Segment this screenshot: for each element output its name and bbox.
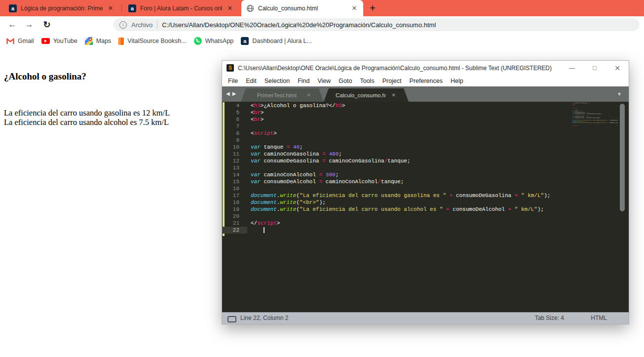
code-line-12[interactable]: 12var consumoDeGasolina = caminoConGasol… bbox=[222, 158, 550, 164]
gutter-line-number: 9 bbox=[222, 137, 244, 144]
code-line-10[interactable]: 10var tanque = 40; bbox=[222, 144, 550, 151]
code-line-21[interactable]: 21</script> bbox=[222, 220, 550, 227]
youtube-icon bbox=[41, 38, 50, 44]
code-line-6[interactable]: 6<br> bbox=[222, 116, 550, 123]
code-line-8[interactable]: 8<script> bbox=[222, 130, 550, 137]
gutter-line-number: 18 bbox=[222, 199, 244, 206]
code-line-16[interactable]: 16 bbox=[222, 185, 550, 192]
maximize-icon[interactable]: □ bbox=[583, 61, 606, 75]
back-icon[interactable]: ← bbox=[5, 16, 20, 33]
browser-tab-logica[interactable]: a Lógica de programación: Primer ✕ bbox=[4, 0, 119, 16]
menu-file[interactable]: File bbox=[224, 78, 242, 84]
code-line-13[interactable]: 13 bbox=[222, 164, 550, 171]
gutter-line-number: 11 bbox=[222, 151, 244, 158]
syntax-label[interactable]: HTML bbox=[591, 315, 607, 321]
vintage-mode-icon[interactable] bbox=[227, 316, 236, 322]
globe-icon bbox=[246, 4, 254, 12]
code-text: document.write("La eficiencia del carro … bbox=[244, 206, 544, 213]
tab-close-icon[interactable]: ✕ bbox=[307, 92, 311, 98]
minimize-icon[interactable]: — bbox=[561, 61, 583, 75]
sublime-tab-primertest[interactable]: PrimerTest.html ✕ bbox=[241, 88, 324, 102]
alura-favicon: a bbox=[128, 4, 136, 12]
code-line-20[interactable]: 20 bbox=[222, 213, 550, 220]
code-text: var consumoDeAlcohol = caminoConAlcohol/… bbox=[244, 178, 404, 185]
menu-project[interactable]: Project bbox=[379, 78, 406, 84]
gutter-line-number: 5 bbox=[222, 109, 244, 116]
code-line-17[interactable]: 17document.write("La eficiencia del carr… bbox=[222, 192, 550, 199]
bookmark-gmail[interactable]: Gmail bbox=[6, 38, 34, 44]
desktop: a Lógica de programación: Primer ✕ a For… bbox=[0, 0, 644, 357]
browser-tab-calculo-active[interactable]: Calculo_consumo.html ✕ bbox=[241, 0, 363, 16]
menu-selection[interactable]: Selection bbox=[261, 78, 294, 84]
whatsapp-icon bbox=[194, 37, 202, 45]
gutter-line-number: 7 bbox=[222, 123, 244, 130]
code-text bbox=[244, 213, 251, 220]
bookmark-maps[interactable]: Maps bbox=[85, 37, 112, 45]
code-text bbox=[244, 137, 251, 144]
tab-size-label[interactable]: Tab Size: 4 bbox=[535, 315, 564, 321]
code-text: var consumoDeGasolina = caminoConGasolin… bbox=[244, 158, 411, 164]
menu-help[interactable]: Help bbox=[447, 78, 467, 84]
menu-edit[interactable]: Edit bbox=[242, 78, 261, 84]
alura-icon: a bbox=[241, 37, 249, 45]
code-line-14[interactable]: 14var caminoConAlcohol = 300; bbox=[222, 171, 550, 178]
bookmark-whatsapp[interactable]: WhatsApp bbox=[194, 37, 234, 45]
menu-view[interactable]: View bbox=[313, 78, 335, 84]
code-line-4[interactable]: 4<h3>¿Alcohol o gasolina?</h3> bbox=[222, 102, 550, 109]
tab-close-icon[interactable]: ✕ bbox=[107, 4, 114, 12]
tab-close-icon[interactable]: ✕ bbox=[392, 92, 396, 98]
code-text: <h3>¿Alcohol o gasolina?</h3> bbox=[244, 102, 345, 109]
code-text: var caminoConGasolina = 480; bbox=[244, 151, 342, 158]
code-text: <br> bbox=[244, 109, 264, 116]
code-line-15[interactable]: 15var consumoDeAlcohol = caminoConAlcoho… bbox=[222, 178, 550, 185]
tab-overflow-icon[interactable]: ▼ bbox=[617, 91, 622, 97]
close-icon[interactable]: ✕ bbox=[606, 61, 629, 75]
tab-close-icon[interactable]: ✕ bbox=[226, 4, 234, 12]
browser-tab-foro[interactable]: a Foro | Alura Latam - Cursos onlin ✕ bbox=[123, 0, 239, 16]
code-editor[interactable]: 4<h3>¿Alcohol o gasolina?</h3>5<br>6<br>… bbox=[222, 102, 629, 312]
url-text[interactable]: C:/Users/Allan/Desktop/ONE%20Oracle/Lógi… bbox=[162, 21, 436, 29]
sublime-tab-calculo[interactable]: Calculo_consumo.html ✕ bbox=[324, 88, 409, 102]
gutter-line-number: 16 bbox=[222, 185, 244, 192]
code-text bbox=[244, 185, 251, 192]
new-tab-button[interactable]: + bbox=[367, 2, 378, 13]
tab-title: Lógica de programación: Primer bbox=[21, 5, 103, 12]
bookmark-youtube[interactable]: YouTube bbox=[41, 38, 77, 44]
code-area[interactable]: 4<h3>¿Alcohol o gasolina?</h3>5<br>6<br>… bbox=[222, 102, 550, 234]
tab-title: Foro | Alura Latam - Cursos onlin bbox=[140, 5, 222, 12]
menu-find[interactable]: Find bbox=[294, 78, 313, 84]
menu-goto[interactable]: Goto bbox=[335, 78, 356, 84]
code-line-19[interactable]: 19document.write("La eficiencia del carr… bbox=[222, 206, 550, 213]
bookmark-vitalsource[interactable]: VitalSource Booksh... bbox=[118, 38, 186, 45]
bookmark-alura-dashboard[interactable]: a Dashboard | Alura L... bbox=[241, 37, 312, 45]
tab-title: Calculo_consumo.html bbox=[258, 5, 346, 12]
code-line-7[interactable]: 7 bbox=[222, 123, 550, 130]
page-line-gasolina: La eficiencia del carro usando gasolina … bbox=[4, 108, 170, 118]
address-bar[interactable]: i Archivo C:/Users/Allan/Desktop/ONE%20O… bbox=[114, 18, 640, 31]
code-line-22[interactable]: 22 bbox=[222, 227, 550, 234]
minimap[interactable]: <h3>¿Alcohol o gasolina?</h3><br><br><sc… bbox=[572, 103, 618, 144]
forward-icon[interactable]: → bbox=[22, 16, 37, 33]
code-line-9[interactable]: 9 bbox=[222, 137, 550, 144]
code-text: var tanque = 40; bbox=[244, 144, 303, 151]
code-line-11[interactable]: 11var caminoConGasolina = 480; bbox=[222, 151, 550, 158]
gutter-line-number: 22 bbox=[222, 227, 244, 234]
editor-scrollbar[interactable] bbox=[620, 104, 625, 211]
page-line-alcohol: La eficiencia del carro usando alcohol e… bbox=[4, 118, 170, 127]
tab-scroll-arrows-icon[interactable]: ◀▶ bbox=[226, 91, 238, 96]
code-line-5[interactable]: 5<br> bbox=[222, 109, 550, 116]
page-info-icon[interactable]: i bbox=[119, 21, 127, 29]
code-text bbox=[244, 123, 251, 130]
sublime-statusbar: Line 22, Column 2 Tab Size: 4 HTML bbox=[222, 312, 629, 324]
tab-separator bbox=[121, 4, 122, 12]
sublime-titlebar[interactable]: S C:\Users\Allan\Desktop\ONE Oracle\Lógi… bbox=[222, 61, 629, 75]
tab-close-icon[interactable]: ✕ bbox=[350, 4, 358, 12]
code-line-18[interactable]: 18document.write("<br>"); bbox=[222, 199, 550, 206]
menu-tools[interactable]: Tools bbox=[356, 78, 378, 84]
window-controls: — □ ✕ bbox=[561, 61, 629, 75]
gutter-line-number: 19 bbox=[222, 206, 244, 213]
reload-icon[interactable]: ↻ bbox=[39, 16, 54, 33]
menu-preferences[interactable]: Preferences bbox=[406, 78, 447, 84]
code-text: document.write("La eficiencia del carro … bbox=[244, 192, 550, 199]
text-caret bbox=[264, 227, 265, 233]
